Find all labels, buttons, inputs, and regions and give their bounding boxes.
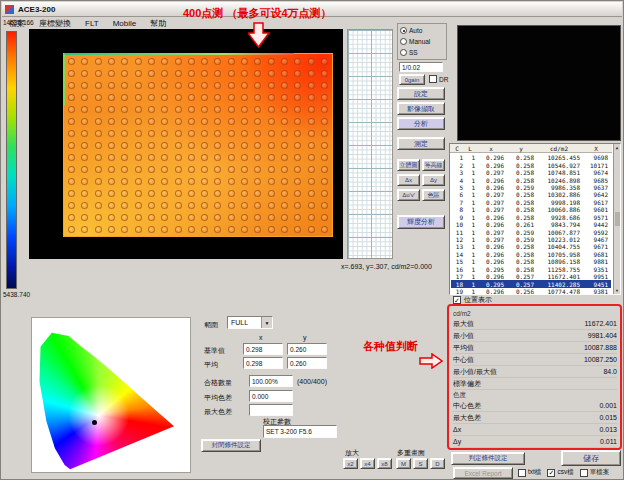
zoom-button[interactable]: x4 xyxy=(360,458,375,469)
calibration-field[interactable]: SET 3-200 F5.6 xyxy=(263,425,337,438)
measure-button[interactable]: 測定 xyxy=(397,137,445,150)
analysis-button[interactable]: 等高線 xyxy=(422,159,445,171)
measurement-point xyxy=(308,190,315,197)
table-row[interactable]: 1010.2960.2619843.7949442 xyxy=(451,221,611,228)
measurement-point xyxy=(281,166,288,173)
shutter-field[interactable]: 1/0.02 xyxy=(399,62,443,72)
dr-option[interactable]: DR xyxy=(429,75,448,83)
measurement-point xyxy=(148,58,155,65)
radio-icon[interactable] xyxy=(400,38,407,45)
table-cell: 9601 xyxy=(583,206,611,213)
capture-mode-option[interactable]: Manual xyxy=(400,36,446,47)
menu-item[interactable]: FLT xyxy=(78,19,106,28)
gain-button[interactable]: 0gain xyxy=(399,74,425,85)
capture-mode-option[interactable]: SS xyxy=(400,47,446,58)
file-format-checkbox[interactable] xyxy=(518,469,526,477)
measurement-point xyxy=(81,70,88,77)
settings-button[interactable]: 設定 xyxy=(397,87,445,100)
multi-screen-button[interactable]: D xyxy=(430,458,445,469)
image-capture-button[interactable]: 影像擷取 xyxy=(397,102,445,115)
scroll-thumb[interactable] xyxy=(615,212,620,226)
analysis-button[interactable]: 立體圖 xyxy=(397,159,420,171)
table-row[interactable]: 310.2970.25810748.8519674 xyxy=(451,169,611,176)
measurement-point xyxy=(201,166,208,173)
table-row[interactable]: 110.2960.25810265.4559698 xyxy=(451,154,611,161)
zoom-button[interactable]: x2 xyxy=(343,458,358,469)
table-cell: 0.297 xyxy=(477,199,507,206)
capture-mode-option[interactable]: Auto xyxy=(400,25,446,36)
table-row[interactable]: 910.2960.2589928.6869571 xyxy=(451,214,611,221)
reference-label: 基準值 xyxy=(204,346,225,356)
measurement-point xyxy=(321,106,328,113)
table-row[interactable]: 710.2970.2589998.1989617 xyxy=(451,199,611,206)
measurement-point xyxy=(135,190,142,197)
chevron-down-icon[interactable]: ▼ xyxy=(261,317,272,328)
table-row[interactable]: 1710.2960.25711672.4019951 xyxy=(451,273,611,280)
measurement-point xyxy=(321,214,328,221)
table-row[interactable]: 1410.2960.25810705.9589681 xyxy=(451,251,611,258)
measurement-table[interactable]: CLxycd/m2X 110.2960.25810265.4559698210.… xyxy=(449,143,621,295)
analysis-button[interactable]: Δy xyxy=(422,174,445,186)
table-cell: 0.296 xyxy=(477,243,507,250)
table-row[interactable]: 1610.2950.25811258.7559351 xyxy=(451,266,611,273)
table-row[interactable]: 410.2960.25810246.8989685 xyxy=(451,176,611,183)
measurement-point xyxy=(95,202,102,209)
dr-checkbox[interactable] xyxy=(429,75,437,83)
multi-screen-button[interactable]: S xyxy=(413,458,428,469)
file-format-checkbox[interactable]: ✓ xyxy=(547,469,555,477)
position-display-checkbox[interactable]: ✓ xyxy=(453,296,461,304)
table-row[interactable]: 1210.2970.25910223.0129467 xyxy=(451,236,611,243)
table-cell: 10705.958 xyxy=(537,251,583,258)
measurement-point xyxy=(321,178,328,185)
table-cell: 15 xyxy=(451,258,465,265)
table-cell: 11258.755 xyxy=(537,266,583,273)
position-display-toggle[interactable]: ✓ 位置表示 xyxy=(453,295,492,305)
measurement-point xyxy=(228,94,235,101)
judge-condition-button[interactable]: 判定條件設定 xyxy=(451,452,525,465)
analysis-button[interactable]: Δx xyxy=(397,174,420,186)
table-row[interactable]: 1110.2970.25910067.8779592 xyxy=(451,228,611,235)
file-format-option[interactable]: ✓csv檔 xyxy=(547,468,573,477)
file-format-option[interactable]: 單檔案 xyxy=(580,468,610,477)
radio-icon[interactable] xyxy=(400,49,407,56)
zoom-button[interactable]: x8 xyxy=(377,458,392,469)
range-select-value: FULL xyxy=(231,319,248,326)
table-row[interactable]: 1310.2960.25810404.7559671 xyxy=(451,243,611,250)
analysis-button[interactable]: Δu'v' xyxy=(397,189,420,201)
table-row[interactable]: 1510.2960.25810896.1589881 xyxy=(451,258,611,265)
analyze-button[interactable]: 分析 xyxy=(397,117,445,130)
pass-condition-button[interactable]: 封閉條件設定 xyxy=(201,439,261,452)
luminance-analysis-button[interactable]: 輝度分析 xyxy=(397,215,445,229)
table-row[interactable]: 610.2970.25810302.8869642 xyxy=(451,191,611,198)
measurement-point xyxy=(108,154,115,161)
save-button[interactable]: 儲存 xyxy=(561,450,621,466)
table-row[interactable]: 1810.2950.25711402.2859451 xyxy=(451,280,611,287)
table-row[interactable]: 1910.2960.25610774.4789381 xyxy=(451,288,611,295)
measurement-point xyxy=(188,118,195,125)
menu-item[interactable]: 座標變換 xyxy=(32,18,78,29)
scroll-down-icon[interactable]: ▼ xyxy=(616,288,618,293)
measurement-point xyxy=(95,214,102,221)
table-row[interactable]: 210.2960.25810546.92710171 xyxy=(451,161,611,168)
table-row[interactable]: 510.2960.2599986.3589637 xyxy=(451,184,611,191)
table-body[interactable]: 110.2960.25810265.4559698210.2960.258105… xyxy=(451,154,619,293)
file-format-option[interactable]: txt檔 xyxy=(518,468,541,477)
menu-item[interactable]: 幫助 xyxy=(143,18,173,29)
excel-report-button[interactable]: Excel Report xyxy=(453,467,513,479)
menu-item[interactable]: Mobile xyxy=(106,19,144,28)
measurement-point xyxy=(95,226,102,233)
measurement-point xyxy=(268,82,275,89)
measurement-display[interactable] xyxy=(29,29,343,259)
range-select[interactable]: FULL ▼ xyxy=(227,316,273,329)
scroll-up-icon[interactable]: ▲ xyxy=(616,145,618,150)
file-format-checkbox[interactable] xyxy=(580,469,588,477)
stat-row: 標準偏差 xyxy=(453,378,617,390)
analysis-button[interactable]: 色區 xyxy=(422,189,445,201)
radio-icon[interactable] xyxy=(400,27,407,34)
reference-x-field[interactable]: 0.298 xyxy=(243,343,283,355)
table-scrollbar[interactable]: ▲ ▼ xyxy=(613,144,620,294)
table-row[interactable]: 810.2970.25810060.8869601 xyxy=(451,206,611,213)
multi-screen-button[interactable]: M xyxy=(396,458,411,469)
reference-y-field[interactable]: 0.260 xyxy=(287,343,327,355)
measurement-point xyxy=(294,94,301,101)
